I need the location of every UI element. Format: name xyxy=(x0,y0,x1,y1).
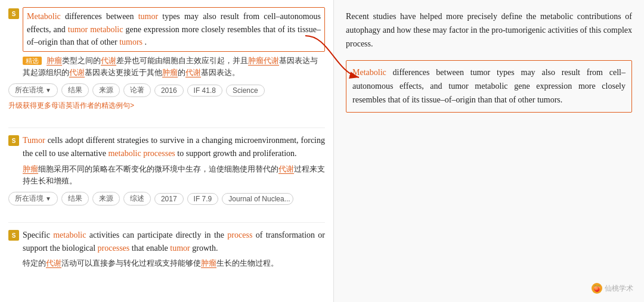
entry-3-icon: S xyxy=(8,230,19,241)
entry-2-text-block: Tumor cells adopt different strategies t… xyxy=(23,134,325,187)
entry-2-zh: 肿瘤细胞采用不同的策略在不断变化的微环境中生存，迫使细胞使用替代的代谢过程来支持… xyxy=(23,163,325,187)
entry-2: S Tumor cells adopt different strategies… xyxy=(8,134,325,211)
entry-3-word-process: process xyxy=(227,231,252,239)
entry-3: S Specific metabolic activities can part… xyxy=(8,229,325,278)
entry-2-badges: 所在语境 ▼ 结果 来源 综述 2017 IF 7.9 Journal of N… xyxy=(8,192,325,206)
entry-1-zh: 精选 肿瘤类型之间的代谢差异也可能由细胞自主效应引起，并且肿瘤代谢基因表达与其起… xyxy=(23,55,325,79)
badge-journal-2[interactable]: Journal of Nuclea... xyxy=(222,193,293,205)
zh-metabolic-entry3: 代谢 xyxy=(46,259,61,268)
zh-metabolic-2: 代谢 xyxy=(69,68,85,77)
badge-context-2[interactable]: 所在语境 ▼ xyxy=(8,192,58,206)
entry-1-word-tumors: tumors xyxy=(119,38,143,46)
entry-2-icon: S xyxy=(8,135,19,146)
badge-jingxuan: 精选 xyxy=(23,57,42,65)
zh-tumor-entry3: 肿瘤 xyxy=(201,259,216,268)
watermark: 🍑 仙桃学术 xyxy=(592,283,633,294)
badge-source-1[interactable]: 来源 xyxy=(92,83,120,97)
right-word-these: these xyxy=(413,26,431,35)
right-word-and: and xyxy=(430,82,442,91)
entry-1-word-metabolic: Metabolic xyxy=(27,12,61,21)
entry-1-header: S Metabolic differences between tumor ty… xyxy=(8,7,325,79)
entry-3-header: S Specific metabolic activities can part… xyxy=(8,229,325,270)
entry-1-text-block: Metabolic differences between tumor type… xyxy=(23,7,325,79)
badge-context-1[interactable]: 所在语境 ▼ xyxy=(8,83,58,97)
badge-if-1[interactable]: IF 41.8 xyxy=(187,85,222,96)
zh-metabolic-entry2: 代谢 xyxy=(278,164,294,174)
entry-3-word-tumor: tumor xyxy=(170,244,190,253)
divider-1 xyxy=(8,127,325,128)
left-panel: S Metabolic differences between tumor ty… xyxy=(0,0,334,302)
badge-type-1[interactable]: 论著 xyxy=(123,83,151,97)
entry-2-word-tumor: Tumor xyxy=(23,136,45,145)
entry-3-en: Specific metabolic activities can partic… xyxy=(23,229,325,254)
entry-2-en: Tumor cells adopt different strategies t… xyxy=(23,134,325,160)
watermark-text: 仙桃学术 xyxy=(605,284,633,294)
entry-1-word-tumor: tumor xyxy=(138,12,158,21)
badge-type-2[interactable]: 综述 xyxy=(123,192,151,206)
zh-tumor-entry2: 肿瘤 xyxy=(23,164,38,174)
badge-year-2[interactable]: 2017 xyxy=(154,193,184,205)
entry-1: S Metabolic differences between tumor ty… xyxy=(8,7,325,117)
entry-3-zh: 特定的代谢活动可以直接参与转化过程或支持能够使肿瘤生长的生物过程。 xyxy=(23,257,325,269)
entry-2-header: S Tumor cells adopt different strategies… xyxy=(8,134,325,187)
zh-tumor-1: 肿瘤 xyxy=(47,56,62,66)
divider-2 xyxy=(8,222,325,223)
zh-metabolic-1: 代谢 xyxy=(101,56,116,66)
dropdown-arrow-2: ▼ xyxy=(45,195,51,202)
zh-tumor-2: 肿瘤 xyxy=(162,68,178,77)
entry-1-badges: 所在语境 ▼ 结果 来源 论著 2016 IF 41.8 Science xyxy=(8,83,325,97)
entry-1-word-tumor-metabolic: tumor metabolic xyxy=(68,25,123,34)
right-intro-text: Recent studies have helped more precisel… xyxy=(346,10,632,51)
badge-year-1[interactable]: 2016 xyxy=(154,85,184,96)
watermark-logo: 🍑 xyxy=(592,283,602,294)
dropdown-arrow: ▼ xyxy=(45,87,51,94)
badge-result-2[interactable]: 结果 xyxy=(61,192,89,206)
entry-1-en: Metabolic differences between tumor type… xyxy=(23,7,325,52)
entry-2-word-metabolic-processes: metabolic processes xyxy=(108,149,175,158)
badge-source-2[interactable]: 来源 xyxy=(92,192,120,206)
entry-3-word-metabolic: metabolic xyxy=(53,231,86,239)
badge-if-2[interactable]: IF 7.9 xyxy=(187,193,219,205)
connecting-arrow-svg xyxy=(317,18,365,89)
entry-3-word-processes: processes xyxy=(98,244,130,253)
right-panel: Recent studies have helped more precisel… xyxy=(334,0,644,302)
entry-3-text-block: Specific metabolic activities can partic… xyxy=(23,229,325,270)
right-highlighted-box: Metabolic differences between tumor type… xyxy=(346,60,632,112)
upgrade-link-1[interactable]: 升级获得更多母语英语作者的精选例句> xyxy=(8,101,325,111)
zh-metabolic-3: 代谢 xyxy=(185,68,201,77)
zh-tumor-metabolic-1: 肿瘤代谢 xyxy=(248,56,279,66)
entry-1-icon: S xyxy=(8,8,19,19)
badge-result-1[interactable]: 结果 xyxy=(61,83,89,97)
badge-journal-1[interactable]: Science xyxy=(226,85,265,96)
